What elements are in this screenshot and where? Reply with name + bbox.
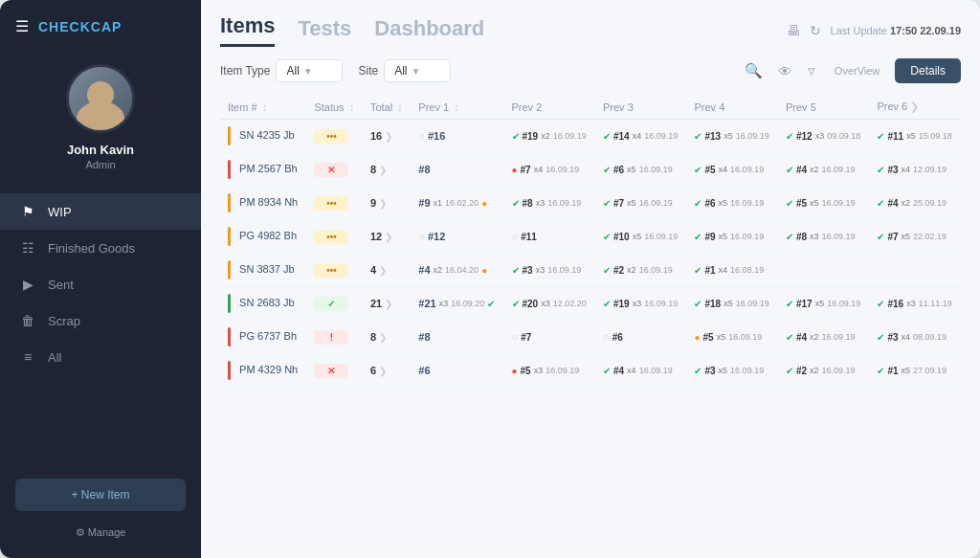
- tab-dashboard[interactable]: Dashboard: [374, 16, 484, 47]
- toolbar-actions: 🔍 👁 ▿ OverView Details: [741, 58, 961, 83]
- item-prev6: ✔#11x515.09.18: [869, 120, 961, 153]
- item-prev3: ✔#2x216.09.19: [595, 254, 686, 287]
- item-prev3: ✔#14x416.09.19: [595, 120, 686, 153]
- new-item-button[interactable]: + New Item: [15, 479, 186, 511]
- site-label: Site: [358, 64, 378, 78]
- sidebar-item-all[interactable]: ≡ All: [0, 339, 201, 375]
- item-status: !: [306, 321, 363, 354]
- sidebar-header: ☰ CHECKCAP: [0, 0, 201, 53]
- item-prev2: ✔#19x216.09.19: [504, 120, 595, 153]
- wip-icon: ⚑: [19, 204, 36, 219]
- item-prev1: #8: [411, 321, 503, 354]
- item-total: 8 ❯: [363, 153, 411, 187]
- item-prev5: ✔#4x216.09.19: [778, 153, 869, 187]
- avatar-image: [69, 67, 132, 130]
- table-wrapper: Item # ↕ Status ↕ Total ↕ Prev 1 ↕ Prev …: [201, 95, 980, 558]
- item-prev2: ✔#3x316.09.19: [504, 254, 595, 287]
- item-total: 16 ❯: [363, 120, 411, 153]
- finished-goods-icon: ☷: [19, 240, 36, 256]
- table-header-row: Item # ↕ Status ↕ Total ↕ Prev 1 ↕ Prev …: [220, 95, 961, 120]
- item-prev1: #4 x2 16.04.20 ●: [411, 254, 503, 287]
- sent-label: Sent: [48, 278, 74, 292]
- filter-icon[interactable]: ▿: [804, 58, 819, 83]
- tab-tests[interactable]: Tests: [298, 16, 351, 47]
- item-number: PM 2567 Bh: [220, 153, 306, 187]
- item-status: •••: [306, 120, 363, 153]
- table-row: PM 2567 Bh ✕ 8 ❯ #8 ●#7x416.09.19 ✔#6x51…: [220, 153, 961, 187]
- item-prev4: ●#5x516.09.19: [686, 321, 777, 354]
- item-prev6: [869, 254, 961, 287]
- col-prev2: Prev 2: [504, 95, 595, 120]
- print-icon[interactable]: 🖶: [787, 23, 800, 38]
- item-status: ✕: [306, 354, 363, 388]
- col-item[interactable]: Item # ↕: [220, 95, 306, 120]
- site-filter: Site All ▼: [358, 59, 451, 82]
- item-type-select[interactable]: All ▼: [276, 59, 343, 82]
- item-number: PG 4982 Bh: [220, 220, 306, 254]
- eye-icon[interactable]: 👁: [774, 59, 796, 83]
- item-status: •••: [306, 187, 363, 220]
- item-number: SN 3837 Jb: [220, 254, 306, 287]
- item-prev6: ✔#3x408.09.19: [869, 321, 961, 354]
- item-prev5: [778, 254, 869, 287]
- sidebar: ☰ CHECKCAP John Kavin Admin ⚑ WIP ☷ Fini…: [0, 0, 201, 558]
- sent-icon: ▶: [19, 277, 36, 292]
- table-row: SN 3837 Jb ••• 4 ❯ #4 x2 16.04.20 ● ✔#3x…: [220, 254, 961, 287]
- item-prev6: ✔#4x225.09.19: [869, 187, 961, 220]
- item-total: 9 ❯: [363, 187, 411, 220]
- item-status: •••: [306, 254, 363, 287]
- main-content: Items Tests Dashboard 🖶 ↻ Last Update 17…: [201, 0, 980, 558]
- avatar: [66, 64, 135, 133]
- all-label: All: [48, 350, 61, 365]
- item-total: 21 ❯: [363, 287, 411, 321]
- refresh-icon[interactable]: ↻: [810, 23, 821, 38]
- avatar-section: John Kavin Admin: [0, 53, 201, 186]
- sidebar-item-scrap[interactable]: 🗑 Scrap: [0, 302, 201, 339]
- item-prev3: ○#6: [595, 321, 686, 354]
- manage-button[interactable]: ⚙ Manage: [15, 519, 186, 547]
- item-prev4: ✔#5x416.09.19: [686, 153, 777, 187]
- table-row: PM 8934 Nh ••• 9 ❯ #9 x1 16.02.20 ● ✔#8x…: [220, 187, 961, 220]
- item-prev2: ○#7: [504, 321, 595, 354]
- item-prev1: #21 x3 16.09.20 ✔: [411, 287, 503, 321]
- item-prev1: #8: [411, 153, 503, 187]
- item-type-label: Item Type: [220, 64, 270, 78]
- item-prev2: ●#5x316.09.19: [504, 354, 595, 388]
- table-row: PG 6737 Bh ! 8 ❯ #8 ○#7 ○#6 ●#5x516.09.1…: [220, 321, 961, 354]
- overview-button[interactable]: OverView: [827, 61, 887, 80]
- hamburger-icon[interactable]: ☰: [15, 17, 29, 35]
- item-prev1: ○ #16: [411, 120, 503, 153]
- item-number: SN 4235 Jb: [220, 120, 306, 153]
- details-button[interactable]: Details: [895, 58, 961, 83]
- tabs: Items Tests Dashboard: [220, 13, 484, 47]
- col-status[interactable]: Status ↕: [306, 95, 363, 120]
- item-prev2: ✔#20x312.02.20: [504, 287, 595, 321]
- filter-bar: Item Type All ▼ Site All ▼ 🔍 👁 ▿ OverVie…: [201, 47, 980, 95]
- item-number: SN 2683 Jb: [220, 287, 306, 321]
- item-prev5: ✔#17x516.09.19: [778, 287, 869, 321]
- brand-name: CHECKCAP: [38, 19, 122, 34]
- item-prev3: ✔#19x316.09.19: [595, 287, 686, 321]
- search-icon[interactable]: 🔍: [741, 58, 767, 83]
- col-prev1[interactable]: Prev 1 ↕: [411, 95, 503, 120]
- sidebar-item-wip[interactable]: ⚑ WIP: [0, 193, 201, 230]
- site-select[interactable]: All ▼: [384, 59, 451, 82]
- user-role: Admin: [85, 159, 115, 170]
- col-total[interactable]: Total ↕: [363, 95, 411, 120]
- item-prev2: ●#7x416.09.19: [504, 153, 595, 187]
- sidebar-item-finished-goods[interactable]: ☷ Finished Goods: [0, 230, 201, 266]
- item-type-filter: Item Type All ▼: [220, 59, 343, 82]
- item-number: PG 6737 Bh: [220, 321, 306, 354]
- item-prev4: ✔#3x516.09.19: [686, 354, 777, 388]
- item-prev5: ✔#5x516.09.19: [778, 187, 869, 220]
- item-prev4: ✔#9x516.09.19: [686, 220, 777, 254]
- table-row: SN 4235 Jb ••• 16 ❯ ○ #16 ✔#19x216.09.19…: [220, 120, 961, 153]
- item-prev3: ✔#6x516.09.19: [595, 153, 686, 187]
- sidebar-item-sent[interactable]: ▶ Sent: [0, 266, 201, 302]
- last-update: Last Update 17:50 22.09.19: [831, 25, 961, 36]
- item-prev4: ✔#18x516.09.19: [686, 287, 777, 321]
- item-prev1: #9 x1 16.02.20 ●: [411, 187, 503, 220]
- tab-items[interactable]: Items: [220, 13, 275, 47]
- table-row: PG 4982 Bh ••• 12 ❯ ○ #12 ○#11 ✔#10x516.…: [220, 220, 961, 254]
- wip-label: WIP: [48, 205, 72, 219]
